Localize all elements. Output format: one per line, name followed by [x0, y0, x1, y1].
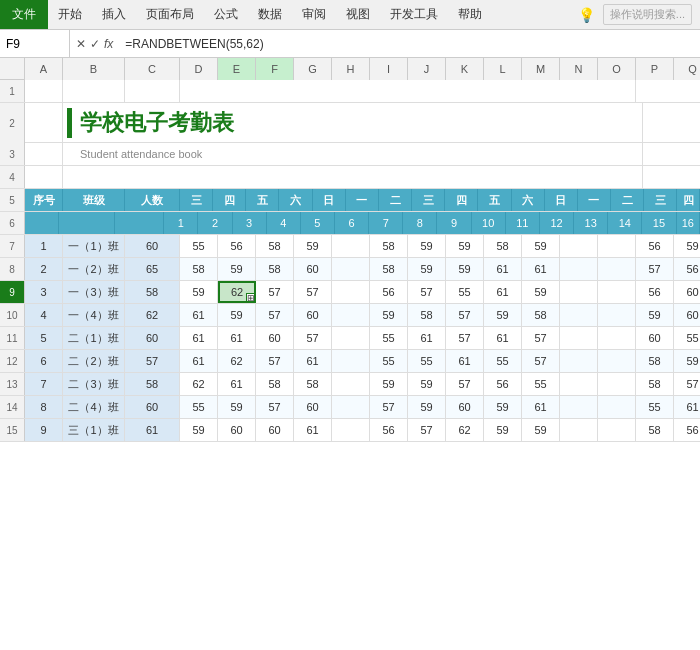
cell-val-r1-c12[interactable]: 56	[636, 235, 674, 257]
cell-val-r7-c12[interactable]: 58	[636, 373, 674, 395]
cell-val-r6-c10[interactable]	[560, 350, 598, 372]
cell-val-r7-c4[interactable]	[332, 373, 370, 395]
cell-val-r4-c4[interactable]	[332, 304, 370, 326]
cell-val-r8-c7[interactable]: 60	[446, 396, 484, 418]
cell-val-r9-c11[interactable]	[598, 419, 636, 441]
cell-class-6[interactable]: 二（2）班	[63, 350, 125, 372]
cell-val-r8-c2[interactable]: 57	[256, 396, 294, 418]
cell-val-r2-c8[interactable]: 61	[484, 258, 522, 280]
cell-val-r7-c7[interactable]: 57	[446, 373, 484, 395]
cell-count-1[interactable]: 60	[125, 235, 180, 257]
cell-val-r8-c8[interactable]: 59	[484, 396, 522, 418]
cell-count-6[interactable]: 57	[125, 350, 180, 372]
cell-reference[interactable]: F9	[0, 30, 70, 57]
cell-val-r6-c2[interactable]: 57	[256, 350, 294, 372]
cell-val-r4-c13[interactable]: 60	[674, 304, 700, 326]
cell-val-r3-c1[interactable]: ⊞62	[218, 281, 256, 303]
cell-val-r6-c7[interactable]: 61	[446, 350, 484, 372]
cell-val-r7-c0[interactable]: 62	[180, 373, 218, 395]
cell-val-r6-c3[interactable]: 61	[294, 350, 332, 372]
cell-1-rest[interactable]	[180, 80, 636, 102]
cell-val-r2-c3[interactable]: 60	[294, 258, 332, 280]
cell-val-r6-c6[interactable]: 55	[408, 350, 446, 372]
cell-title-indent[interactable]	[25, 103, 63, 143]
cell-val-r9-c2[interactable]: 60	[256, 419, 294, 441]
cell-val-r8-c9[interactable]: 61	[522, 396, 560, 418]
cell-val-r3-c5[interactable]: 56	[370, 281, 408, 303]
cell-seq-8[interactable]: 8	[25, 396, 63, 418]
cell-val-r7-c1[interactable]: 61	[218, 373, 256, 395]
cell-seq-3[interactable]: 3	[25, 281, 63, 303]
cell-val-r2-c12[interactable]: 57	[636, 258, 674, 280]
cell-val-r3-c3[interactable]: 57	[294, 281, 332, 303]
cell-val-r1-c2[interactable]: 58	[256, 235, 294, 257]
cell-val-r4-c12[interactable]: 59	[636, 304, 674, 326]
cell-val-r3-c8[interactable]: 61	[484, 281, 522, 303]
cell-val-r1-c8[interactable]: 58	[484, 235, 522, 257]
cell-val-r6-c1[interactable]: 62	[218, 350, 256, 372]
cell-val-r7-c2[interactable]: 58	[256, 373, 294, 395]
cell-val-r7-c10[interactable]	[560, 373, 598, 395]
cell-class-2[interactable]: 一（2）班	[63, 258, 125, 280]
cell-val-r3-c2[interactable]: 57	[256, 281, 294, 303]
cell-val-r7-c13[interactable]: 57	[674, 373, 700, 395]
cell-val-r1-c7[interactable]: 59	[446, 235, 484, 257]
cell-val-r2-c11[interactable]	[598, 258, 636, 280]
cell-class-4[interactable]: 一（4）班	[63, 304, 125, 326]
cell-val-r8-c13[interactable]: 61	[674, 396, 700, 418]
cell-val-r2-c9[interactable]: 61	[522, 258, 560, 280]
cell-val-r5-c7[interactable]: 57	[446, 327, 484, 349]
cell-count-5[interactable]: 60	[125, 327, 180, 349]
cell-val-r2-c0[interactable]: 58	[180, 258, 218, 280]
cell-val-r1-c11[interactable]	[598, 235, 636, 257]
cell-val-r4-c3[interactable]: 60	[294, 304, 332, 326]
cell-val-r4-c2[interactable]: 57	[256, 304, 294, 326]
cell-val-r9-c6[interactable]: 57	[408, 419, 446, 441]
cell-val-r5-c10[interactable]	[560, 327, 598, 349]
cell-val-r2-c7[interactable]: 59	[446, 258, 484, 280]
cell-seq-1[interactable]: 1	[25, 235, 63, 257]
cancel-icon[interactable]: ✕	[76, 37, 86, 51]
cell-count-9[interactable]: 61	[125, 419, 180, 441]
menu-item-公式[interactable]: 公式	[204, 0, 248, 29]
cell-class-8[interactable]: 二（4）班	[63, 396, 125, 418]
cell-class-5[interactable]: 二（1）班	[63, 327, 125, 349]
cell-val-r9-c1[interactable]: 60	[218, 419, 256, 441]
cell-val-r9-c12[interactable]: 58	[636, 419, 674, 441]
cell-val-r7-c11[interactable]	[598, 373, 636, 395]
cell-val-r4-c1[interactable]: 59	[218, 304, 256, 326]
cell-val-r9-c10[interactable]	[560, 419, 598, 441]
cell-val-r6-c13[interactable]: 59	[674, 350, 700, 372]
cell-seq-6[interactable]: 6	[25, 350, 63, 372]
menu-item-帮助[interactable]: 帮助	[448, 0, 492, 29]
cell-val-r5-c11[interactable]	[598, 327, 636, 349]
cell-val-r8-c3[interactable]: 60	[294, 396, 332, 418]
cell-val-r2-c4[interactable]	[332, 258, 370, 280]
cell-val-r9-c7[interactable]: 62	[446, 419, 484, 441]
cell-val-r8-c1[interactable]: 59	[218, 396, 256, 418]
cell-val-r6-c5[interactable]: 55	[370, 350, 408, 372]
cell-1-C[interactable]	[125, 80, 180, 102]
cell-val-r1-c13[interactable]: 59	[674, 235, 700, 257]
cell-val-r5-c1[interactable]: 61	[218, 327, 256, 349]
fx-icon[interactable]: fx	[104, 37, 113, 51]
menu-item-开始[interactable]: 开始	[48, 0, 92, 29]
cell-class-9[interactable]: 三（1）班	[63, 419, 125, 441]
cell-val-r5-c2[interactable]: 60	[256, 327, 294, 349]
menu-item-页面布局[interactable]: 页面布局	[136, 0, 204, 29]
cell-val-r5-c9[interactable]: 57	[522, 327, 560, 349]
menu-item-插入[interactable]: 插入	[92, 0, 136, 29]
cell-val-r7-c5[interactable]: 59	[370, 373, 408, 395]
cell-seq-9[interactable]: 9	[25, 419, 63, 441]
cell-val-r3-c9[interactable]: 59	[522, 281, 560, 303]
menu-item-数据[interactable]: 数据	[248, 0, 292, 29]
cell-val-r1-c5[interactable]: 58	[370, 235, 408, 257]
cell-val-r5-c3[interactable]: 57	[294, 327, 332, 349]
cell-count-2[interactable]: 65	[125, 258, 180, 280]
cell-val-r2-c10[interactable]	[560, 258, 598, 280]
cell-val-r8-c10[interactable]	[560, 396, 598, 418]
cell-seq-7[interactable]: 7	[25, 373, 63, 395]
cell-val-r6-c4[interactable]	[332, 350, 370, 372]
cell-val-r3-c4[interactable]	[332, 281, 370, 303]
file-menu[interactable]: 文件	[0, 0, 48, 29]
